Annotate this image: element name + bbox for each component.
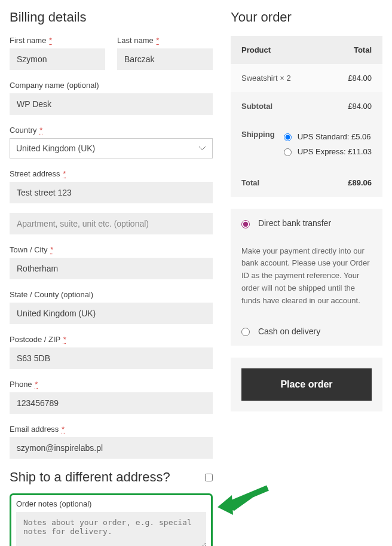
state-label: State / County (optional) — [10, 290, 213, 299]
ship-option-express[interactable]: UPS Express: £11.03 — [284, 145, 372, 160]
col-product: Product — [241, 45, 271, 54]
email-label: Email address * — [10, 425, 213, 434]
street1-input[interactable] — [10, 182, 213, 203]
payment-methods: Direct bank transfer Make your payment d… — [231, 209, 382, 346]
pay-cod-option[interactable]: Cash on delivery — [241, 327, 320, 336]
line-item-name: Sweatshirt × 2 — [241, 74, 291, 83]
postcode-input[interactable] — [10, 347, 213, 369]
phone-label: Phone * — [10, 380, 213, 389]
pay-bank-option[interactable]: Direct bank transfer — [241, 218, 331, 228]
email-input[interactable] — [10, 437, 213, 459]
order-notes-highlight: Order notes (optional) — [10, 493, 213, 546]
line-item-total: £84.00 — [348, 74, 372, 83]
street-label: Street address * — [10, 169, 213, 178]
first-name-label: First name * — [10, 36, 105, 45]
last-name-label: Last name * — [117, 36, 213, 45]
street2-input[interactable] — [10, 213, 213, 234]
company-label: Company name (optional) — [10, 81, 213, 90]
col-total: Total — [354, 45, 372, 54]
billing-heading: Billing details — [10, 10, 213, 25]
company-input[interactable] — [10, 93, 213, 115]
ship-heading: Ship to a different address? — [10, 469, 170, 485]
ship-radio-express[interactable] — [284, 148, 292, 156]
order-notes-label: Order notes (optional) — [16, 499, 91, 508]
place-order-button[interactable]: Place order — [241, 368, 372, 401]
phone-input[interactable] — [10, 392, 213, 414]
total-value: £89.06 — [348, 178, 372, 187]
order-summary: Product Total Sweatshirt × 2 £84.00 Subt… — [231, 36, 382, 197]
subtotal-label: Subtotal — [241, 102, 272, 111]
city-input[interactable] — [10, 258, 213, 279]
ship-radio-standard[interactable] — [284, 133, 292, 141]
shipping-label: Shipping — [241, 130, 275, 139]
subtotal-value: £84.00 — [348, 102, 372, 111]
order-notes-textarea[interactable] — [16, 512, 206, 546]
pay-cod-radio[interactable] — [241, 328, 250, 336]
postcode-label: Postcode / ZIP * — [10, 335, 213, 344]
total-label: Total — [241, 178, 259, 187]
city-label: Town / City * — [10, 245, 213, 254]
country-select[interactable]: United Kingdom (UK) — [10, 138, 213, 158]
first-name-input[interactable] — [10, 48, 105, 70]
state-input[interactable] — [10, 303, 213, 324]
pay-bank-desc: Make your payment directly into our bank… — [231, 238, 382, 317]
country-label: Country * — [10, 126, 213, 135]
pay-bank-radio[interactable] — [241, 220, 250, 228]
last-name-input[interactable] — [117, 48, 213, 70]
ship-diff-checkbox[interactable] — [205, 474, 213, 481]
ship-option-standard[interactable]: UPS Standard: £5.06 — [284, 130, 372, 145]
order-heading: Your order — [231, 10, 382, 25]
